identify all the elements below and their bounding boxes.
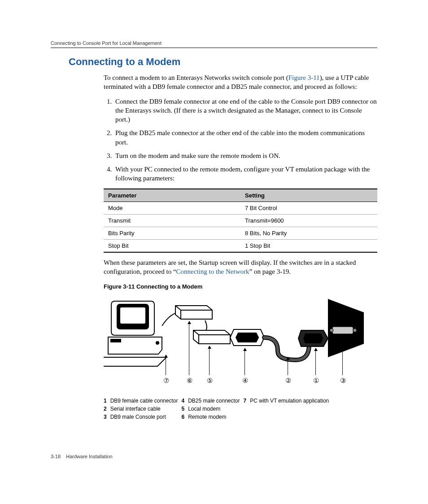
table-row: Stop Bit1 Stop Bit — [104, 239, 377, 252]
legend-text: DB25 male connector — [188, 397, 243, 405]
cell: Bits Parity — [104, 227, 240, 239]
figure-caption: Figure 3-11 Connecting to a Modem — [104, 283, 377, 290]
callout-arrow — [288, 357, 288, 375]
table-row: Bits Parity8 Bits, No Parity — [104, 227, 377, 239]
legend-num: 7 — [244, 397, 250, 405]
step-2: Plug the DB25 male connector at the othe… — [114, 128, 377, 147]
footer-title: Hardware Installation — [66, 454, 112, 459]
cell: Transmit — [104, 214, 240, 227]
local-modem-icon — [193, 330, 230, 344]
legend-text: Remote modem — [188, 413, 243, 421]
callout-arrow — [315, 348, 316, 375]
callout-arrow — [189, 321, 189, 375]
cell: 1 Stop Bit — [240, 239, 377, 252]
figure-3-11-link[interactable]: Figure 3-11 — [288, 74, 320, 81]
legend-text: PC with VT emulation application — [250, 397, 332, 405]
callout-4: ④ — [241, 377, 249, 385]
header-rule — [51, 48, 377, 48]
legend-text: DB9 male Console port — [110, 413, 182, 421]
legend-num: 4 — [181, 397, 188, 405]
svg-rect-1 — [120, 307, 146, 324]
db9-connector-icon — [298, 330, 328, 346]
after-post: ” on page 3-19. — [249, 268, 291, 275]
table-header-row: Parameter Setting — [104, 189, 377, 202]
step-4: With your PC connected to the remote mod… — [114, 165, 377, 183]
callout-arrow — [209, 346, 210, 375]
section-heading: Connecting to a Modem — [69, 56, 377, 68]
page-footer: 3-18 Hardware Installation — [51, 454, 113, 459]
svg-rect-4 — [332, 327, 353, 334]
legend-num: 3 — [104, 413, 110, 421]
parameters-table: Parameter Setting Mode7 Bit Control Tran… — [104, 188, 377, 253]
table-row: TransmitTransmit=9600 — [104, 214, 377, 227]
intro-pre: To connect a modem to an Enterasys Netwo… — [104, 74, 288, 81]
svg-rect-2 — [111, 339, 121, 342]
figure-legend: 1 DB9 female cable connector 4 DB25 male… — [104, 397, 377, 421]
pc-icon — [104, 301, 166, 366]
cell: Stop Bit — [104, 239, 240, 252]
legend-text: Serial interface cable — [110, 405, 182, 413]
col-parameter: Parameter — [104, 189, 240, 202]
remote-modem-icon — [175, 306, 212, 319]
cell: Transmit=9600 — [240, 214, 377, 227]
page-number: 3-18 — [51, 454, 61, 459]
connecting-to-network-link[interactable]: Connecting to the Network — [176, 268, 249, 275]
cell: 7 Bit Control — [240, 202, 377, 214]
table-row: Mode7 Bit Control — [104, 202, 377, 214]
col-setting: Setting — [240, 189, 377, 202]
intro-paragraph: To connect a modem to an Enterasys Netwo… — [104, 73, 377, 92]
after-table-paragraph: When these parameters are set, the Start… — [104, 258, 377, 276]
callout-2: ② — [284, 377, 292, 385]
callout-1: ① — [312, 377, 320, 385]
callout-arrow — [166, 355, 166, 375]
legend-num: 2 — [104, 405, 110, 413]
db25-connector-icon — [230, 329, 264, 346]
switch-panel-icon — [328, 299, 364, 357]
callout-arrow — [245, 348, 245, 375]
cell: 8 Bits, No Parity — [240, 227, 377, 239]
legend-text: Local modem — [188, 405, 243, 413]
figure-3-11: ⑦ ⑥ ⑤ ④ ② ① ③ — [104, 294, 368, 389]
steps-list: Connect the DB9 female connector at one … — [104, 97, 377, 183]
legend-num: 6 — [181, 413, 188, 421]
step-1: Connect the DB9 female connector at one … — [114, 97, 377, 124]
svg-point-5 — [330, 329, 333, 332]
step-3: Turn on the modem and make sure the remo… — [114, 151, 377, 160]
svg-point-3 — [156, 342, 159, 344]
cell: Mode — [104, 202, 240, 214]
callout-arrow — [342, 336, 343, 375]
legend-num: 1 — [104, 397, 110, 405]
callout-5: ⑤ — [205, 377, 214, 385]
callout-7: ⑦ — [162, 377, 170, 385]
modem-diagram-svg — [104, 294, 368, 389]
callout-3: ③ — [339, 377, 347, 385]
running-header: Connecting to Console Port for Local Man… — [51, 40, 377, 46]
legend-num: 5 — [181, 405, 188, 413]
legend-text: DB9 female cable connector — [110, 397, 182, 405]
callout-6: ⑥ — [185, 377, 193, 385]
svg-point-6 — [353, 329, 357, 332]
